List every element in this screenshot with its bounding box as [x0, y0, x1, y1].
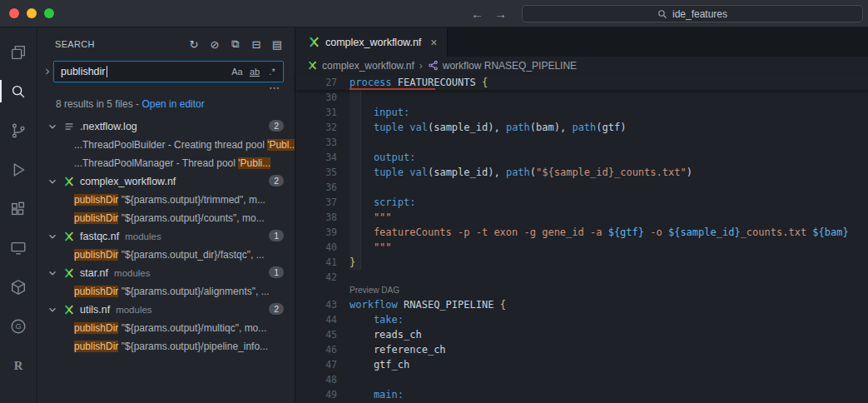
regex-toggle[interactable]: .*: [264, 63, 280, 80]
sticky-scroll-line[interactable]: 27 process FEATURECOUNTS {: [295, 75, 868, 90]
search-panel-header: SEARCH ↻⊘⧉⊟▤: [37, 27, 295, 52]
line-number: 40: [295, 240, 337, 255]
extensions-icon[interactable]: [0, 189, 37, 228]
explorer-icon[interactable]: [0, 32, 37, 72]
line-number: 44: [295, 312, 337, 327]
code-line: 41}: [295, 255, 868, 270]
file-name: utils.nf: [80, 304, 110, 316]
line-number: 38: [295, 210, 337, 225]
search-file-row[interactable]: utils.nfmodules2: [37, 301, 295, 319]
clear-search-results-icon[interactable]: ⊘: [207, 37, 222, 52]
search-panel-title: SEARCH: [55, 39, 186, 49]
nextflow-file-icon: [63, 231, 75, 242]
match-highlight: 'Publ...: [267, 139, 295, 151]
forward-button[interactable]: →: [494, 7, 507, 21]
remote-explorer-icon[interactable]: [0, 228, 37, 267]
code-line: 30: [295, 90, 868, 105]
tab-bar: complex_workflow.nf ×: [295, 27, 868, 57]
open-in-editor-link[interactable]: Open in editor: [141, 98, 204, 110]
code-line: 36: [295, 180, 868, 195]
toggle-search-details-button[interactable]: ⋯: [269, 83, 280, 94]
svg-text:G: G: [15, 322, 21, 331]
run-debug-icon[interactable]: [0, 150, 37, 189]
chevron-down-icon: [47, 231, 58, 242]
result-count-badge: 1: [269, 266, 284, 278]
match-case-toggle[interactable]: Aa: [229, 63, 246, 80]
line-number: 33: [295, 135, 337, 150]
search-input[interactable]: publishdir Aaab.*: [53, 61, 284, 82]
line-number: 37: [295, 195, 337, 210]
line-number: 43: [295, 297, 337, 312]
tab-label: complex_workflow.nf: [325, 37, 421, 48]
breadcrumb-file[interactable]: complex_workflow.nf: [307, 60, 414, 72]
title-bar: ← → ide_features: [0, 0, 868, 27]
code-line: 32 tuple val(sample_id), path(bam), path…: [295, 120, 868, 135]
activity-bar: GR: [0, 27, 37, 403]
search-option-toggles: Aaab.*: [228, 63, 280, 80]
tab-complex-workflow[interactable]: complex_workflow.nf ×: [295, 27, 448, 57]
code-line: 42: [295, 270, 868, 285]
log-file-icon: [63, 121, 75, 132]
search-sidebar: SEARCH ↻⊘⧉⊟▤ publishdir Aaab.* ⋯ 8 resul…: [37, 27, 295, 403]
whole-word-toggle[interactable]: ab: [246, 63, 263, 80]
line-number: 41: [295, 255, 337, 270]
new-search-editor-icon[interactable]: ⧉: [228, 37, 243, 52]
search-file-row[interactable]: complex_workflow.nf2: [37, 172, 295, 191]
search-file-row[interactable]: .nextflow.log2: [37, 117, 295, 136]
line-number: 27: [295, 75, 337, 90]
command-center-search-text: ide_features: [672, 8, 727, 20]
search-result-row[interactable]: ...ThreadPoolBuilder - Creating thread p…: [37, 136, 295, 154]
breadcrumb-symbol[interactable]: workflow RNASEQ_PIPELINE: [428, 60, 577, 72]
search-icon[interactable]: [0, 72, 37, 111]
search-file-row[interactable]: star.nfmodules1: [37, 264, 295, 282]
indent-guide: [360, 90, 361, 270]
codelens-preview-dag[interactable]: Preview DAG: [295, 285, 868, 297]
open-in-editor-icon[interactable]: ▤: [270, 37, 285, 52]
code-line: 34 output:: [295, 150, 868, 165]
code-editor[interactable]: 27 process FEATURECOUNTS { 3031 input:32…: [295, 75, 868, 403]
history-nav: ← →: [471, 0, 507, 27]
match-highlight: publishDir: [74, 286, 118, 297]
tab-close-icon[interactable]: ×: [430, 36, 437, 49]
command-center-search[interactable]: ide_features: [522, 5, 863, 22]
gitlens-icon[interactable]: G: [0, 306, 37, 346]
collapse-all-icon[interactable]: ⊟: [249, 37, 264, 52]
search-result-row[interactable]: publishDir "${params.output}/counts", mo…: [37, 209, 295, 227]
refresh-icon[interactable]: ↻: [186, 37, 201, 52]
line-number: 30: [295, 90, 337, 105]
search-result-row[interactable]: publishDir "${params.output}/pipeline_in…: [37, 337, 295, 356]
r-language-icon[interactable]: R: [0, 346, 37, 385]
zoom-window-button[interactable]: [44, 8, 54, 18]
line-number: 32: [295, 120, 337, 135]
search-file-row[interactable]: fastqc.nfmodules1: [37, 227, 295, 246]
search-result-row[interactable]: publishDir "${params.output}/trimmed", m…: [37, 191, 295, 209]
breadcrumb-separator: ›: [419, 60, 423, 72]
search-result-row[interactable]: ...ThreadPoolManager - Thread pool 'Publ…: [37, 154, 295, 172]
close-window-button[interactable]: [9, 8, 19, 18]
line-number: 39: [295, 225, 337, 240]
source-control-icon[interactable]: [0, 111, 37, 150]
containers-icon[interactable]: [0, 267, 37, 306]
chevron-down-icon: [47, 121, 58, 132]
chevron-down-icon: [47, 304, 58, 316]
search-icon: [657, 9, 667, 19]
chevron-down-icon: [47, 176, 58, 187]
search-result-row[interactable]: publishDir "${params.output}/multiqc", m…: [37, 319, 295, 337]
line-number: 47: [295, 357, 337, 372]
search-results-summary: 8 results in 5 files - Open in editor: [56, 98, 295, 110]
search-results-tree: .nextflow.log2...ThreadPoolBuilder - Cre…: [37, 117, 295, 356]
search-query-text: publishdir: [61, 66, 106, 77]
breadcrumbs: complex_workflow.nf › workflow RNASEQ_PI…: [295, 57, 868, 75]
line-number: 45: [295, 327, 337, 342]
match-highlight: publishDir: [74, 212, 118, 224]
search-result-row[interactable]: publishDir "${params.output}/alignments"…: [37, 282, 295, 301]
search-result-row[interactable]: publishDir "${params.output_dir}/fastqc"…: [37, 246, 295, 264]
toggle-replace-button[interactable]: [41, 67, 53, 77]
minimize-window-button[interactable]: [27, 8, 37, 18]
back-button[interactable]: ←: [471, 7, 484, 21]
code-line: 45 reads_ch: [295, 327, 868, 342]
file-name: fastqc.nf: [80, 231, 119, 242]
nextflow-file-icon: [307, 60, 318, 72]
code-line: 43workflow RNASEQ_PIPELINE {: [295, 297, 868, 312]
chevron-right-icon: [42, 67, 52, 77]
